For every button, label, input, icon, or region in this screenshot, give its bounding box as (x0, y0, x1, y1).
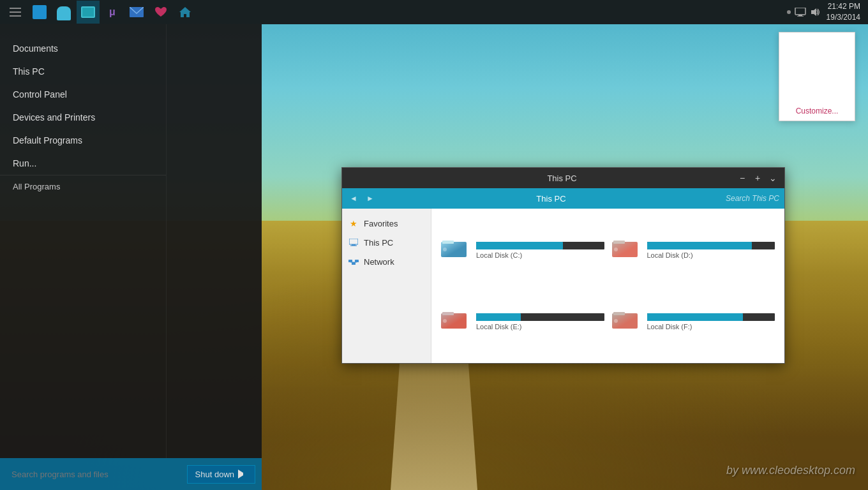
start-menu-main: Documents This PC Control Panel Devices … (0, 24, 262, 458)
shutdown-label: Shut down (195, 470, 234, 479)
window-controls: − + ⌄ (737, 173, 778, 183)
svg-rect-10 (355, 260, 359, 262)
drive-c-icon (441, 239, 470, 262)
drive-c-info: Local Disk (C:) (476, 242, 604, 259)
drive-e-bar (476, 313, 521, 321)
tray-dot (787, 10, 791, 14)
taskbar-folder-button[interactable] (77, 1, 100, 24)
network-sidebar-icon (348, 256, 359, 267)
svg-rect-21 (442, 312, 454, 315)
search-this-pc[interactable]: Search This PC (726, 194, 779, 203)
this-pc-sidebar-icon (348, 237, 359, 248)
drive-e-info: Local Disk (E:) (476, 313, 604, 330)
svg-point-22 (443, 319, 447, 323)
drive-item-e[interactable]: Local Disk (E:) (441, 290, 604, 353)
taskbar-mu-button[interactable]: μ (101, 1, 124, 24)
hamburger-line-2 (10, 11, 21, 13)
svg-rect-6 (349, 239, 358, 244)
shutdown-arrow-icon (238, 470, 247, 479)
drive-item-f[interactable]: Local Disk (F:) (612, 290, 775, 353)
sidebar-favorites[interactable]: ★ Favorites (342, 214, 431, 233)
svg-rect-24 (613, 312, 625, 315)
shutdown-button[interactable]: Shut down (187, 465, 255, 484)
svg-marker-5 (811, 8, 816, 16)
clock-date: 19/3/2014 (827, 12, 860, 23)
start-menu-right (166, 24, 262, 458)
sidebar-this-pc[interactable]: This PC (342, 233, 431, 252)
watermark: by www.cleodesktop.com (726, 464, 855, 477)
drive-e-name: Local Disk (E:) (476, 323, 604, 330)
this-pc-window: This PC − + ⌄ ◄ ► This PC Search This PC… (341, 167, 785, 364)
cloud-icon (57, 6, 71, 18)
drive-d-info: Local Disk (D:) (647, 242, 775, 259)
window-main: Local Disk (C:) (431, 209, 784, 363)
taskbar-heart-button[interactable] (149, 1, 172, 24)
svg-point-16 (443, 248, 447, 251)
network-sidebar-label: Network (364, 257, 394, 267)
maximize-button[interactable]: + (752, 173, 763, 183)
svg-rect-3 (798, 15, 802, 16)
drive-f-bar (647, 313, 743, 321)
drive-f-icon (612, 311, 641, 333)
sidebar-network[interactable]: Network (342, 252, 431, 271)
all-programs-button[interactable]: All Programs (0, 175, 166, 198)
menu-item-documents[interactable]: Documents (0, 37, 166, 60)
this-pc-sidebar-label: This PC (364, 238, 393, 248)
svg-rect-9 (348, 260, 352, 262)
svg-rect-11 (352, 262, 355, 265)
clock-time: 21:42 PM (827, 1, 860, 12)
taskbar-home-button[interactable] (174, 1, 197, 24)
drive-f-info: Local Disk (F:) (647, 313, 775, 330)
hamburger-icon (6, 3, 25, 22)
drive-item-d[interactable]: Local Disk (D:) (612, 218, 775, 282)
address-bar[interactable]: This PC (380, 194, 722, 204)
drive-c-bar (476, 242, 563, 249)
speaker-icon (810, 8, 820, 17)
notification-popup: Customize... (779, 32, 855, 121)
folder-icon (81, 6, 95, 18)
window-toolbar: ◄ ► This PC Search This PC (342, 188, 784, 209)
home-icon (178, 6, 192, 19)
customize-link[interactable]: Customize... (796, 107, 839, 115)
forward-button[interactable]: ► (364, 192, 377, 205)
svg-rect-15 (442, 241, 454, 244)
taskbar-cloud-button[interactable] (52, 1, 75, 24)
drive-c-name: Local Disk (C:) (476, 251, 604, 259)
tray-icons (787, 8, 820, 17)
monitor-icon (795, 8, 806, 17)
taskbar-left: μ (0, 1, 197, 24)
window-title: This PC (387, 174, 737, 183)
taskbar-files-button[interactable] (28, 1, 51, 24)
hamburger-menu-button[interactable] (4, 1, 27, 24)
menu-item-this-pc[interactable]: This PC (0, 60, 166, 83)
svg-rect-2 (795, 8, 805, 15)
drive-f-name: Local Disk (F:) (647, 323, 775, 330)
svg-rect-18 (613, 241, 625, 244)
window-content: ★ Favorites This PC (342, 209, 784, 363)
window-titlebar: This PC − + ⌄ (342, 168, 784, 188)
taskbar: μ (0, 0, 868, 24)
heart-icon (154, 6, 167, 18)
start-menu: Documents This PC Control Panel Devices … (0, 24, 262, 490)
hamburger-line-3 (10, 15, 21, 17)
clock: 21:42 PM 19/3/2014 (827, 1, 860, 23)
taskbar-right: 21:42 PM 19/3/2014 (787, 1, 868, 23)
drive-d-name: Local Disk (D:) (647, 251, 775, 259)
favorites-label: Favorites (364, 219, 398, 228)
menu-item-control-panel[interactable]: Control Panel (0, 83, 166, 106)
mail-icon (130, 7, 144, 17)
menu-item-default-programs[interactable]: Default Programs (0, 129, 166, 152)
svg-point-25 (614, 319, 618, 323)
drive-e-icon (441, 311, 470, 333)
drive-item-c[interactable]: Local Disk (C:) (441, 218, 604, 282)
menu-item-run[interactable]: Run... (0, 152, 166, 175)
chevron-button[interactable]: ⌄ (768, 173, 778, 183)
back-button[interactable]: ◄ (347, 192, 360, 205)
menu-item-devices-printers[interactable]: Devices and Printers (0, 106, 166, 129)
taskbar-mail-button[interactable] (125, 1, 148, 24)
svg-point-19 (614, 248, 618, 251)
hamburger-line-1 (10, 8, 21, 9)
minimize-button[interactable]: − (737, 173, 747, 183)
start-menu-left: Documents This PC Control Panel Devices … (0, 24, 166, 458)
search-programs-input[interactable] (6, 467, 187, 482)
